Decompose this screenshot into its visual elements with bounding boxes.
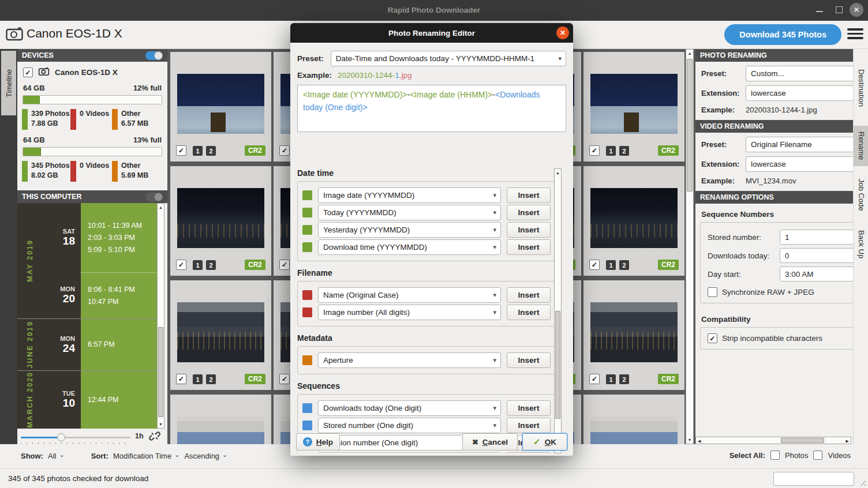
thumbnail-checkbox[interactable]: ✓ [589, 374, 600, 384]
device-row[interactable]: ✓ Canon EOS-1D X [22, 64, 163, 81]
thumbnail-checkbox[interactable]: ✓ [176, 374, 186, 384]
dialog-title: Photo Renaming Editor [388, 29, 475, 37]
photo-image [177, 188, 264, 248]
tab-job-code[interactable]: Job Code [854, 171, 868, 219]
ok-button[interactable]: ✓ OK [522, 433, 567, 451]
tab-destination[interactable]: Destination [854, 55, 868, 121]
thumbnail-checkbox[interactable]: ✓ [279, 260, 290, 270]
video-preset-select[interactable]: Original Filename▾ [746, 137, 853, 152]
preset-select[interactable]: Date-Time and Downloads today - YYYYMMDD… [331, 51, 566, 66]
dialog-scrollbar[interactable]: ▲ ▼ [554, 168, 562, 453]
scroll-up-icon[interactable]: ▲ [555, 171, 561, 175]
downloads-today-input[interactable]: 0 [780, 248, 853, 263]
timeline-day[interactable]: TUE 10 12:44 PM [43, 371, 157, 429]
broken-link-icon[interactable] [149, 430, 160, 444]
thumbnail-scrollbar[interactable]: ▲ ▼ [686, 49, 694, 444]
maximize-icon[interactable] [836, 6, 843, 13]
photo-preset-select[interactable]: Custom...▾ [746, 66, 853, 81]
component-select[interactable]: Yesterday (YYYYMMDD)▾ [318, 222, 501, 238]
component-select[interactable]: Download time (YYYYMMDD)▾ [318, 239, 501, 255]
hamburger-menu-icon[interactable] [847, 28, 863, 42]
scroll-down-icon[interactable]: ▼ [686, 438, 693, 442]
this-computer-toggle[interactable] [145, 193, 163, 201]
insert-button[interactable]: Insert [507, 205, 551, 220]
scroll-right-icon[interactable]: ▶ [846, 439, 849, 443]
insert-button[interactable]: Insert [507, 305, 551, 320]
insert-button[interactable]: Insert [507, 352, 551, 368]
scroll-up-icon[interactable]: ▲ [686, 51, 693, 55]
tab-rename[interactable]: Rename [854, 126, 868, 166]
tab-timeline[interactable]: Timeline [1, 51, 16, 115]
resize-grip[interactable] [860, 481, 866, 486]
timeline-interval-slider[interactable] [21, 433, 130, 441]
chevron-down-icon: ▾ [493, 309, 496, 316]
insert-button[interactable]: Insert [507, 239, 551, 255]
component-select[interactable]: Sequence letter (UPPERCASE)▾ [318, 452, 501, 453]
dialog-close-icon[interactable]: ✕ [556, 27, 569, 39]
devices-toggle[interactable] [145, 51, 163, 60]
slider-handle[interactable] [57, 433, 65, 441]
downloads-today-label: Downloads today: [708, 251, 780, 260]
component-select[interactable]: Today (YYYYMMDD)▾ [318, 205, 501, 220]
show-dropdown[interactable]: All⌄ [48, 452, 65, 460]
thumbnail-checkbox[interactable]: ✓ [176, 260, 186, 270]
day-start-input[interactable]: 3:00 AM [780, 266, 853, 281]
photo-thumbnail[interactable]: ✓ 1 2 CR2 [170, 395, 271, 444]
component-select[interactable]: Aperture▾ [318, 352, 501, 368]
dialog-titlebar[interactable]: Photo Renaming Editor ✕ [290, 23, 573, 43]
sort-dropdown[interactable]: Modification Time⌄ [113, 452, 179, 460]
timeline-scrollbar[interactable]: ▲ ▼ [157, 203, 164, 429]
strip-incompatible-checkbox[interactable]: ✓ [708, 333, 717, 343]
video-extension-select[interactable]: lowercase▾ [746, 156, 853, 172]
photo-thumbnail[interactable]: ✓ 1 2 CR2 [170, 280, 271, 390]
scroll-down-icon[interactable]: ▼ [158, 422, 164, 426]
insert-button[interactable]: Insert [507, 452, 551, 453]
download-button[interactable]: Download 345 Photos [724, 24, 841, 45]
component-select[interactable]: Image number (All digits)▾ [318, 305, 501, 320]
minimize-icon[interactable] [816, 3, 823, 12]
thumbnail-checkbox[interactable]: ✓ [589, 260, 600, 270]
sort-order-dropdown[interactable]: Ascending⌄ [184, 452, 227, 460]
timeline-day[interactable]: MON 24 6:57 PM [43, 319, 157, 370]
rename-pattern-editor[interactable]: <Image date (YYYYMMDD)>-<Image date (HHM… [297, 85, 566, 132]
close-icon[interactable]: ✕ [850, 3, 863, 17]
timeline-day[interactable]: SAT 18 10:01 - 11:39 AM 2:03 - 3:03 PM 5… [43, 203, 157, 272]
insert-button[interactable]: Insert [507, 418, 551, 433]
help-button[interactable]: ? Help [296, 433, 340, 451]
right-panel-horizontal-scrollbar[interactable]: ◀ ▶ [695, 437, 851, 444]
component-color-swatch [302, 403, 312, 413]
component-select[interactable]: Image date (YYYYMMDD)▾ [318, 187, 501, 203]
thumbnail-checkbox[interactable]: ✓ [589, 145, 600, 156]
cancel-button[interactable]: ✖ Cancel [462, 433, 518, 451]
photo-thumbnail[interactable]: ✓ 1 2 CR2 [170, 166, 271, 276]
select-all-videos-checkbox[interactable] [813, 451, 822, 460]
photo-thumbnail[interactable]: ✓ 1 2 CR2 [583, 280, 684, 390]
timeline-panel[interactable]: MAY 2019 SAT 18 10:01 - 11:39 AM 2:03 - … [17, 203, 157, 429]
insert-button[interactable]: Insert [507, 222, 551, 238]
component-select[interactable]: Stored number (One digit)▾ [318, 418, 501, 433]
timeline-day[interactable]: MON 20 8:06 - 8:41 PM 10:47 PM [43, 272, 157, 318]
thumbnail-checkbox[interactable]: ✓ [279, 145, 290, 156]
photo-extension-select[interactable]: lowercase▾ [746, 85, 853, 101]
photo-thumbnail[interactable]: ✓ 1 2 CR2 [583, 166, 684, 276]
select-all-photos-checkbox[interactable] [770, 451, 780, 460]
thumbnail-checkbox[interactable]: ✓ [279, 374, 290, 384]
thumbnail-count-badge-1: 1 [606, 260, 616, 270]
tab-back-up[interactable]: Back Up [854, 224, 868, 265]
insert-button[interactable]: Insert [507, 187, 551, 203]
stored-number-input[interactable]: 1 [780, 230, 853, 245]
synchronize-raw-jpeg-checkbox[interactable] [708, 287, 717, 297]
other-color-bar [112, 161, 118, 182]
insert-button[interactable]: Insert [507, 400, 551, 416]
thumbnail-checkbox[interactable]: ✓ [176, 145, 186, 156]
component-select[interactable]: Name (Original Case)▾ [318, 287, 501, 303]
photo-thumbnail[interactable]: ✓ 1 2 CR2 [583, 395, 684, 444]
component-select[interactable]: Downloads today (One digit)▾ [318, 400, 501, 416]
photo-thumbnail[interactable]: ✓ 1 2 CR2 [583, 52, 684, 162]
device-checkbox[interactable]: ✓ [23, 67, 33, 77]
insert-button[interactable]: Insert [507, 287, 551, 303]
photo-thumbnail[interactable]: ✓ 1 2 CR2 [170, 52, 271, 162]
scroll-up-icon[interactable]: ▲ [158, 205, 164, 209]
rename-component-row: Download time (YYYYMMDD)▾ Insert [302, 239, 551, 255]
scroll-left-icon[interactable]: ◀ [698, 439, 701, 443]
